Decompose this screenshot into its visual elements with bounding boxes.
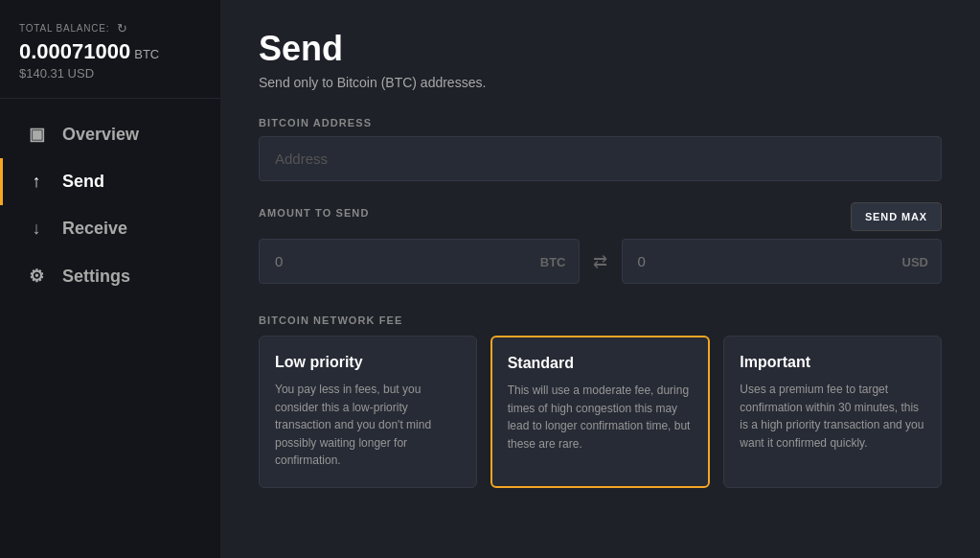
amount-header: AMOUNT TO SEND SEND MAX bbox=[259, 202, 942, 231]
balance-btc-unit: BTC bbox=[134, 47, 159, 61]
fee-card-important-desc: Uses a premium fee to target confirmatio… bbox=[740, 381, 925, 452]
balance-label-text: TOTAL BALANCE: bbox=[19, 23, 109, 34]
page-title: Send bbox=[259, 29, 942, 69]
sidebar-item-receive[interactable]: ↓ Receive bbox=[0, 205, 220, 252]
settings-icon: ⚙ bbox=[26, 266, 47, 287]
sidebar-item-overview-label: Overview bbox=[62, 125, 139, 145]
fee-card-low-title: Low priority bbox=[275, 354, 461, 371]
page-subtitle: Send only to Bitcoin (BTC) addresses. bbox=[259, 75, 942, 90]
send-icon: ↑ bbox=[26, 172, 47, 192]
fee-label: BITCOIN NETWORK FEE bbox=[259, 314, 942, 326]
balance-section: TOTAL BALANCE: ↻ 0.00071000BTC $140.31 U… bbox=[0, 0, 220, 99]
swap-icon[interactable]: ⇄ bbox=[580, 251, 622, 272]
refresh-icon[interactable]: ↻ bbox=[117, 21, 128, 35]
fee-card-important[interactable]: Important Uses a premium fee to target c… bbox=[723, 336, 942, 488]
address-label: BITCOIN ADDRESS bbox=[259, 117, 942, 128]
balance-label: TOTAL BALANCE: ↻ bbox=[19, 21, 201, 35]
btc-amount-input[interactable] bbox=[259, 239, 580, 284]
amount-label: AMOUNT TO SEND bbox=[259, 207, 369, 219]
overview-icon: ▣ bbox=[26, 124, 47, 145]
usd-amount-wrapper: USD bbox=[622, 239, 943, 284]
fee-section: BITCOIN NETWORK FEE Low priority You pay… bbox=[259, 314, 942, 488]
balance-btc-value: 0.00071000 bbox=[19, 39, 130, 63]
sidebar-nav: ▣ Overview ↑ Send ↓ Receive ⚙ Settings bbox=[0, 99, 220, 558]
fee-cards: Low priority You pay less in fees, but y… bbox=[259, 336, 942, 488]
fee-card-standard-desc: This will use a moderate fee, during tim… bbox=[508, 382, 694, 453]
amount-section: AMOUNT TO SEND SEND MAX BTC ⇄ USD bbox=[259, 202, 942, 311]
sidebar-item-receive-label: Receive bbox=[62, 219, 127, 239]
amount-row: BTC ⇄ USD bbox=[259, 239, 942, 284]
sidebar-item-settings-label: Settings bbox=[62, 267, 130, 287]
sidebar: TOTAL BALANCE: ↻ 0.00071000BTC $140.31 U… bbox=[0, 0, 220, 558]
fee-card-low[interactable]: Low priority You pay less in fees, but y… bbox=[259, 336, 477, 488]
fee-card-standard-title: Standard bbox=[508, 355, 694, 372]
receive-icon: ↓ bbox=[26, 219, 47, 239]
balance-btc: 0.00071000BTC bbox=[19, 39, 201, 64]
sidebar-item-send[interactable]: ↑ Send bbox=[0, 158, 220, 205]
main-content: Send Send only to Bitcoin (BTC) addresse… bbox=[220, 0, 980, 558]
sidebar-item-send-label: Send bbox=[62, 172, 104, 192]
send-max-button[interactable]: SEND MAX bbox=[851, 202, 942, 231]
address-input[interactable] bbox=[259, 136, 942, 181]
btc-amount-wrapper: BTC bbox=[259, 239, 580, 284]
balance-usd: $140.31 USD bbox=[19, 66, 201, 81]
sidebar-item-overview[interactable]: ▣ Overview bbox=[0, 110, 220, 158]
fee-card-important-title: Important bbox=[740, 354, 925, 371]
usd-amount-input[interactable] bbox=[622, 239, 943, 284]
fee-card-low-desc: You pay less in fees, but you consider t… bbox=[275, 381, 461, 470]
sidebar-item-settings[interactable]: ⚙ Settings bbox=[0, 252, 220, 300]
address-section: BITCOIN ADDRESS bbox=[259, 117, 942, 181]
fee-card-standard[interactable]: Standard This will use a moderate fee, d… bbox=[490, 336, 711, 488]
